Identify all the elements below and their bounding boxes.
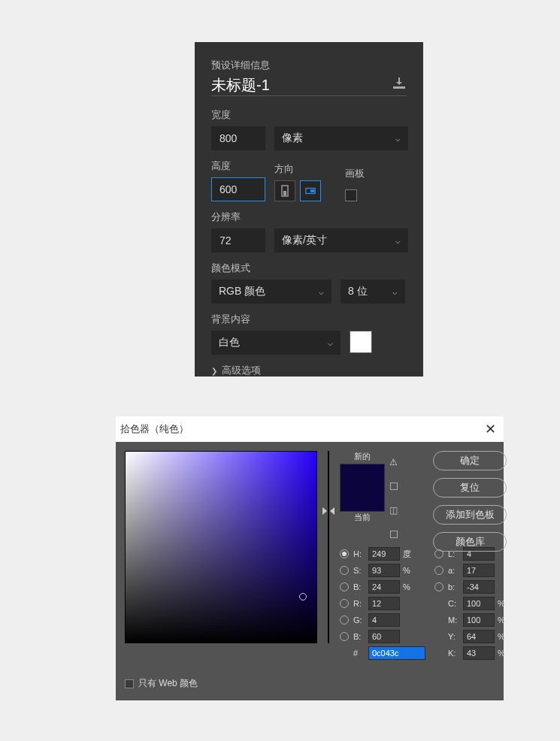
height-input[interactable] [211, 177, 265, 201]
input-g[interactable] [368, 613, 400, 627]
hue-slider[interactable] [328, 451, 329, 643]
input-a[interactable] [463, 564, 495, 577]
label-a: a: [448, 566, 460, 575]
dialog-titlebar: 拾色器（纯色） ✕ [116, 416, 504, 442]
artboard-label: 画板 [345, 167, 365, 180]
input-h[interactable] [368, 547, 400, 561]
svg-rect-1 [283, 191, 286, 195]
unit-h: 度 [403, 549, 415, 560]
chevron-down-icon: ⌵ [328, 338, 333, 348]
width-label: 宽度 [211, 108, 265, 122]
svg-rect-3 [310, 189, 314, 192]
chevron-down-icon: ⌵ [395, 134, 401, 144]
orientation-portrait-button[interactable] [274, 180, 295, 201]
background-value: 白色 [219, 336, 240, 349]
label-s: S: [353, 566, 365, 575]
cube-icon[interactable]: ◫ [389, 505, 398, 516]
saturation-value-field[interactable] [125, 451, 317, 643]
hue-arrow-right-icon [330, 507, 334, 515]
label-r: R: [353, 599, 365, 608]
color-libraries-button[interactable]: 颜色库 [433, 532, 507, 552]
width-input[interactable] [211, 126, 265, 150]
label-bb: B: [353, 632, 365, 641]
input-m[interactable] [463, 613, 495, 627]
radio-l[interactable] [434, 549, 443, 558]
color-mode-label: 颜色模式 [211, 262, 407, 275]
label-y: Y: [448, 632, 460, 641]
width-unit-select[interactable]: 像素 ⌵ [274, 126, 408, 150]
radio-r[interactable] [340, 599, 349, 608]
gamut-swatch-icon[interactable] [390, 482, 398, 490]
web-colors-only-checkbox[interactable] [125, 679, 134, 688]
label-h: H: [353, 549, 365, 558]
gamut-warning-icon[interactable]: ⚠ [389, 457, 398, 467]
chevron-down-icon: ⌵ [395, 236, 401, 246]
bit-depth-value: 8 位 [348, 285, 368, 298]
input-s[interactable] [368, 564, 400, 577]
height-label: 高度 [211, 159, 265, 173]
radio-b[interactable] [434, 582, 443, 591]
radio-h[interactable] [340, 549, 349, 558]
width-unit-value: 像素 [282, 132, 303, 145]
background-select[interactable]: 白色 ⌵ [211, 331, 341, 355]
resolution-input[interactable] [211, 228, 265, 253]
input-hex[interactable] [368, 646, 425, 660]
bit-depth-select[interactable]: 8 位 ⌵ [341, 280, 405, 304]
label-m: M: [448, 615, 460, 625]
input-c[interactable] [463, 597, 495, 610]
unit-y: % [498, 632, 510, 641]
unit-k: % [498, 649, 510, 658]
unit-m: % [498, 615, 510, 625]
color-mode-value: RGB 颜色 [219, 285, 265, 298]
radio-a[interactable] [434, 566, 443, 575]
unit-s: % [403, 566, 415, 575]
preset-details-label: 预设详细信息 [211, 59, 407, 72]
radio-bb[interactable] [340, 632, 349, 641]
radio-g[interactable] [340, 615, 349, 625]
label-c: C: [448, 599, 460, 608]
new-color-swatch[interactable] [341, 464, 384, 488]
new-document-panel: 预设详细信息 宽度 . 像素 ⌵ 高度 方向 [195, 42, 423, 377]
ok-button[interactable]: 确定 [433, 451, 507, 470]
label-k: K: [448, 649, 460, 658]
chevron-right-icon: ❯ [211, 367, 217, 375]
current-color-swatch[interactable] [341, 488, 384, 511]
input-b[interactable] [463, 580, 495, 594]
radio-bv[interactable] [340, 582, 349, 591]
chevron-down-icon: ⌵ [392, 287, 398, 297]
artboard-checkbox[interactable] [345, 189, 357, 201]
color-picker-dialog: 拾色器（纯色） ✕ 新的 当前 [116, 416, 504, 700]
new-color-label: 新的 [354, 451, 371, 462]
label-g: G: [353, 615, 365, 625]
close-icon[interactable]: ✕ [485, 421, 496, 437]
websafe-swatch-icon[interactable] [390, 531, 398, 538]
add-to-swatches-button[interactable]: 添加到色板 [433, 505, 507, 525]
background-color-swatch[interactable] [350, 331, 372, 353]
input-k[interactable] [463, 646, 495, 660]
document-title-input[interactable] [211, 77, 362, 94]
radio-s[interactable] [340, 566, 349, 575]
color-mode-select[interactable]: RGB 颜色 ⌵ [211, 280, 331, 304]
label-bv: B: [353, 582, 365, 591]
advanced-options-toggle[interactable]: ❯ 高级选项 [211, 364, 407, 377]
orientation-landscape-button[interactable] [300, 180, 321, 201]
resolution-unit-select[interactable]: 像素/英寸 ⌵ [274, 228, 408, 253]
color-values-grid: H: 度 L: S: % a: B: [340, 547, 510, 660]
current-color-label: 当前 [354, 512, 371, 523]
input-y[interactable] [463, 630, 495, 643]
save-preset-icon[interactable] [392, 77, 407, 93]
color-preview [340, 464, 385, 512]
background-label: 背景内容 [211, 313, 407, 326]
input-r[interactable] [368, 597, 400, 610]
orientation-label: 方向 [274, 162, 321, 176]
unit-c: % [498, 599, 510, 608]
dialog-title: 拾色器（纯色） [120, 422, 189, 436]
advanced-options-label: 高级选项 [222, 364, 261, 377]
label-b: b: [448, 582, 460, 591]
input-bv[interactable] [368, 580, 400, 594]
web-colors-only-label: 只有 Web 颜色 [138, 677, 198, 690]
input-bb[interactable] [368, 630, 400, 643]
unit-bv: % [403, 582, 415, 591]
resolution-unit-value: 像素/英寸 [282, 234, 327, 247]
reset-button[interactable]: 复位 [433, 478, 507, 498]
